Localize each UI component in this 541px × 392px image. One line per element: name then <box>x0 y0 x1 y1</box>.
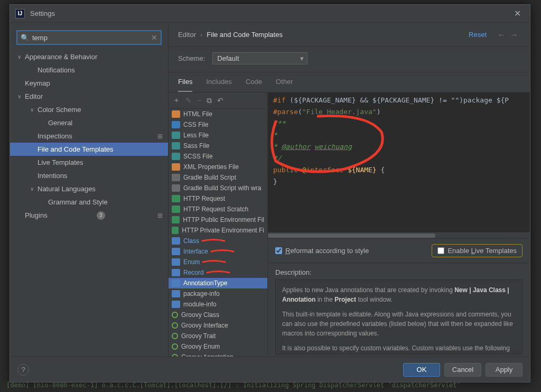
dialog-title: Settings <box>30 10 510 17</box>
template-item-label: XML Properties File <box>183 163 239 171</box>
file-type-icon <box>172 258 180 266</box>
close-icon[interactable]: ✕ <box>510 6 525 21</box>
live-templates-checkbox-input[interactable] <box>437 247 444 254</box>
file-type-icon <box>172 322 178 329</box>
gear-icon[interactable]: ⊞ <box>157 133 163 140</box>
tab-files[interactable]: Files <box>178 78 192 92</box>
template-item[interactable]: Groovy Enum <box>169 341 267 352</box>
template-item[interactable]: Groovy Trait <box>169 331 267 341</box>
tree-item-label: Plugins <box>25 211 48 219</box>
template-item-label: Gradle Build Script <box>183 174 236 181</box>
badge: 3 <box>97 211 105 220</box>
template-item[interactable]: Interface <box>169 246 267 257</box>
file-type-icon <box>172 312 178 318</box>
template-item[interactable]: Gradle Build Script <box>169 172 267 183</box>
template-item[interactable]: Groovy Class <box>169 310 267 320</box>
tree-item-label: Intentions <box>38 172 67 180</box>
settings-dialog: IJ Settings ✕ 🔍 ✕ ∨Appearance & Behavior… <box>10 4 530 382</box>
clear-search-icon[interactable]: ✕ <box>151 33 157 42</box>
horizontal-scrollbar[interactable] <box>268 232 530 238</box>
tree-item[interactable]: ∨Appearance & Behavior <box>10 50 168 63</box>
ok-button[interactable]: OK <box>403 363 440 377</box>
tree-item[interactable]: ∨Editor <box>10 90 168 103</box>
tab-other[interactable]: Other <box>276 78 293 92</box>
breadcrumb: Editor <box>178 31 196 39</box>
template-item[interactable]: package-info <box>169 288 267 299</box>
template-item[interactable]: Enum <box>169 257 267 267</box>
template-item[interactable]: Less File <box>169 130 267 141</box>
cancel-button[interactable]: Cancel <box>444 363 481 377</box>
template-item[interactable]: Sass File <box>169 141 267 151</box>
tab-includes[interactable]: Includes <box>206 78 231 92</box>
template-item[interactable]: Record <box>169 267 267 278</box>
annotation-underline <box>210 248 235 255</box>
template-item-label: HTTP Request Scratch <box>183 206 248 213</box>
template-item[interactable]: HTTP Private Environment Fi <box>169 225 267 236</box>
revert-icon[interactable]: ↶ <box>217 96 223 105</box>
tree-item[interactable]: General <box>10 116 168 129</box>
search-input-wrapper[interactable]: 🔍 ✕ <box>16 30 162 45</box>
tree-item[interactable]: Keymap <box>10 77 168 90</box>
annotation-underline <box>201 237 226 245</box>
nav-forward-icon[interactable]: → <box>510 30 518 40</box>
tab-code[interactable]: Code <box>246 78 262 92</box>
help-icon[interactable]: ? <box>17 364 29 376</box>
template-item[interactable]: Groovy Interface <box>169 320 267 331</box>
template-item[interactable]: CSS File <box>169 119 267 130</box>
tree-item[interactable]: Intentions <box>10 169 168 182</box>
file-type-icon <box>172 301 180 308</box>
template-item[interactable]: HTTP Request <box>169 193 267 204</box>
description-section: Description: Applies to new Java annotat… <box>268 263 530 357</box>
template-item[interactable]: Groovy Annotation <box>169 352 267 357</box>
edit-icon[interactable]: ✎ <box>185 96 192 105</box>
template-item-label: Groovy Enum <box>181 343 220 350</box>
tree-item[interactable]: Inspections⊞ <box>10 129 168 143</box>
reset-link[interactable]: Reset <box>469 31 487 39</box>
template-code[interactable]: #if (${PACKAGE_NAME} && ${PACKAGE_NAME} … <box>268 92 530 232</box>
remove-icon[interactable]: − <box>197 96 201 105</box>
template-item[interactable]: HTTP Public Environment Fil <box>169 214 267 225</box>
reformat-checkbox[interactable]: Reformat according to style <box>275 247 369 255</box>
tree-item[interactable]: Live Templates <box>10 156 168 169</box>
template-item-label: Groovy Interface <box>181 322 228 329</box>
tree-item[interactable]: File and Code Templates <box>10 143 168 156</box>
scheme-select[interactable]: Default <box>212 52 307 64</box>
copy-icon[interactable]: ⧉ <box>207 96 212 105</box>
tree-item-label: Editor <box>25 92 43 100</box>
file-type-icon <box>172 184 180 192</box>
file-type-icon <box>172 290 180 297</box>
tree-item-label: General <box>48 119 72 127</box>
nav-back-icon[interactable]: ← <box>497 30 506 40</box>
template-item[interactable]: Class <box>169 236 267 246</box>
tree-item[interactable]: Plugins3⊞ <box>10 209 168 222</box>
template-list-panel: ＋ ✎ − ⧉ ↶ HTML FileCSS FileLess FileSass… <box>169 92 268 357</box>
apply-button[interactable]: Apply <box>486 363 523 377</box>
tree-item[interactable]: Grammar and Style <box>10 195 168 209</box>
annotation-underline <box>206 269 230 276</box>
template-item[interactable]: AnnotationType <box>169 278 267 288</box>
breadcrumb-row: Editor › File and Code Templates Reset ←… <box>169 23 530 47</box>
template-item[interactable]: XML Properties File <box>169 162 267 172</box>
settings-tree: ∨Appearance & BehaviorNotificationsKeyma… <box>10 50 168 357</box>
tree-item[interactable]: Notifications <box>10 63 168 77</box>
template-item[interactable]: Gradle Build Script with wra <box>169 183 267 193</box>
add-icon[interactable]: ＋ <box>173 96 180 105</box>
reformat-checkbox-input[interactable] <box>275 247 282 254</box>
template-item[interactable]: HTML File <box>169 109 267 119</box>
gear-icon[interactable]: ⊞ <box>157 212 163 219</box>
file-type-icon <box>172 153 180 160</box>
template-item-label: AnnotationType <box>183 279 227 287</box>
tree-item[interactable]: ∨Natural Languages <box>10 182 168 195</box>
file-type-icon <box>172 333 178 339</box>
search-input[interactable] <box>32 34 151 42</box>
template-item[interactable]: HTTP Request Scratch <box>169 204 267 214</box>
enable-live-templates[interactable]: Enable Live Templates <box>432 244 523 257</box>
tree-item-label: Notifications <box>38 66 75 74</box>
template-item[interactable]: SCSS File <box>169 151 267 162</box>
tree-item-label: File and Code Templates <box>38 145 114 153</box>
template-item-label: Sass File <box>183 142 209 150</box>
tree-item-label: Grammar and Style <box>48 198 108 206</box>
tree-item[interactable]: ∨Color Scheme <box>10 103 168 116</box>
file-type-icon <box>172 279 180 287</box>
template-item[interactable]: module-info <box>169 299 267 310</box>
